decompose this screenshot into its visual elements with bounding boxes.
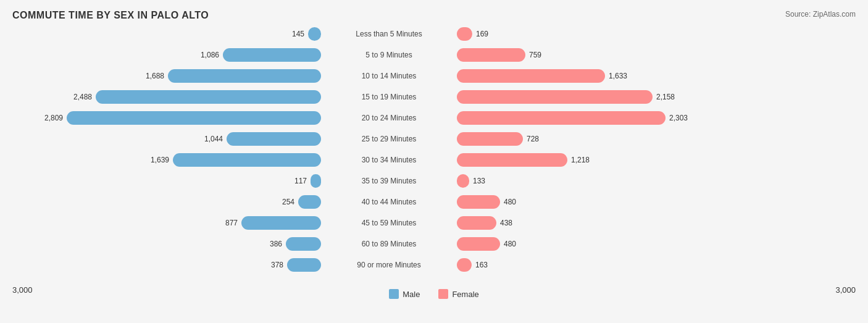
legend-male-icon [389, 289, 399, 299]
right-section: 480 [457, 195, 766, 209]
source-label: Source: ZipAtlas.com [785, 10, 856, 19]
bar-female [457, 111, 666, 125]
bar-row: 1,688 10 to 14 Minutes 1,633 [12, 67, 856, 85]
bar-male [286, 237, 321, 251]
bar-row: 254 40 to 44 Minutes 480 [12, 193, 856, 211]
bar-row: 378 90 or more Minutes 163 [12, 256, 856, 274]
bar-male [173, 153, 321, 167]
value-female: 2,303 [669, 114, 691, 122]
bar-female [457, 258, 472, 272]
value-male: 117 [285, 177, 307, 185]
value-male: 2,488 [70, 93, 92, 101]
left-section: 254 [12, 195, 321, 209]
row-label: 45 to 59 Minutes [321, 219, 457, 227]
bar-female [457, 216, 496, 230]
bar-female [457, 132, 523, 146]
left-section: 1,688 [12, 69, 321, 83]
right-section: 480 [457, 237, 766, 251]
row-label: 25 to 29 Minutes [321, 135, 457, 143]
value-female: 438 [500, 219, 522, 227]
right-section: 1,633 [457, 69, 766, 83]
left-section: 2,809 [12, 111, 321, 125]
value-female: 1,633 [609, 72, 631, 80]
value-female: 480 [504, 240, 526, 248]
value-male: 1,688 [142, 72, 164, 80]
value-female: 1,218 [571, 156, 593, 164]
bar-female [457, 153, 567, 167]
right-section: 2,158 [457, 90, 766, 104]
bar-male [223, 48, 321, 62]
left-section: 877 [12, 216, 321, 230]
bar-male [67, 111, 321, 125]
bar-row: 145 Less than 5 Minutes 169 [12, 25, 856, 43]
legend-female: Female [438, 289, 478, 299]
value-female: 2,158 [656, 93, 678, 101]
value-male: 877 [215, 219, 238, 227]
legend-female-icon [438, 289, 448, 299]
value-female: 133 [473, 177, 495, 185]
value-male: 1,639 [147, 156, 169, 164]
right-section: 133 [457, 174, 766, 188]
value-female: 480 [504, 198, 526, 206]
value-female: 163 [475, 261, 498, 269]
bar-male [311, 174, 321, 188]
left-section: 1,639 [12, 153, 321, 167]
axis-right: 3,000 [835, 285, 856, 299]
row-label: 30 to 34 Minutes [321, 156, 457, 164]
value-female: 169 [476, 30, 498, 38]
right-section: 169 [457, 27, 766, 41]
right-section: 1,218 [457, 153, 766, 167]
row-label: 10 to 14 Minutes [321, 72, 457, 80]
bar-female [457, 27, 472, 41]
row-label: 20 to 24 Minutes [321, 114, 457, 122]
bar-row: 117 35 to 39 Minutes 133 [12, 172, 856, 190]
left-section: 1,044 [12, 132, 321, 146]
legend: Male Female [389, 289, 479, 299]
axis-left: 3,000 [12, 285, 33, 299]
right-section: 438 [457, 216, 766, 230]
bar-row: 386 60 to 89 Minutes 480 [12, 235, 856, 253]
bar-male [227, 132, 321, 146]
right-section: 2,303 [457, 111, 766, 125]
left-section: 117 [12, 174, 321, 188]
bar-row: 2,809 20 to 24 Minutes 2,303 [12, 109, 856, 127]
value-male: 386 [260, 240, 282, 248]
bar-row: 877 45 to 59 Minutes 438 [12, 214, 856, 232]
value-male: 1,044 [201, 135, 223, 143]
row-label: 15 to 19 Minutes [321, 93, 457, 101]
bar-row: 1,086 5 to 9 Minutes 759 [12, 46, 856, 64]
value-male: 145 [282, 30, 304, 38]
bar-female [457, 237, 500, 251]
bar-male [241, 216, 321, 230]
row-label: 90 or more Minutes [321, 261, 457, 269]
right-section: 759 [457, 48, 766, 62]
value-male: 2,809 [41, 114, 63, 122]
bar-row: 2,488 15 to 19 Minutes 2,158 [12, 88, 856, 106]
legend-male: Male [389, 289, 420, 299]
bars-area: 145 Less than 5 Minutes 169 1,086 5 to 9… [12, 25, 856, 284]
left-section: 378 [12, 258, 321, 272]
bar-female [457, 174, 469, 188]
row-label: 5 to 9 Minutes [321, 51, 457, 59]
bar-female [457, 69, 605, 83]
value-male: 254 [272, 198, 294, 206]
row-label: 60 to 89 Minutes [321, 240, 457, 248]
bar-row: 1,044 25 to 29 Minutes 728 [12, 130, 856, 148]
chart-container: COMMUTE TIME BY SEX IN PALO ALTO Source:… [0, 0, 868, 323]
legend-female-label: Female [452, 290, 478, 299]
right-section: 728 [457, 132, 766, 146]
bar-male [96, 90, 321, 104]
value-male: 378 [261, 261, 283, 269]
row-label: 35 to 39 Minutes [321, 177, 457, 185]
value-male: 1,086 [197, 51, 219, 59]
bar-male [168, 69, 321, 83]
left-section: 1,086 [12, 48, 321, 62]
bar-female [457, 48, 525, 62]
value-female: 728 [527, 135, 549, 143]
bar-male [298, 195, 321, 209]
axis-labels: 3,000 Male Female 3,000 [12, 285, 856, 299]
row-label: 40 to 44 Minutes [321, 198, 457, 206]
left-section: 2,488 [12, 90, 321, 104]
value-female: 759 [529, 51, 551, 59]
bar-male [287, 258, 321, 272]
